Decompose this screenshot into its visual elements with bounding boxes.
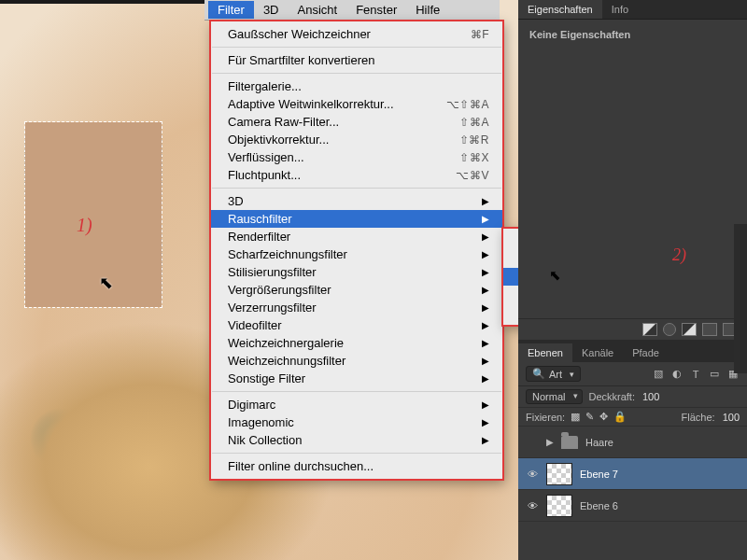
adjust-icon[interactable] <box>642 323 657 336</box>
menu-item-shortcut: ⌘F <box>471 28 489 41</box>
layer-group-row[interactable]: ▶ Haare <box>518 427 747 458</box>
rectangular-selection-marquee[interactable] <box>24 121 162 308</box>
menu-item-label: Nik Collection <box>228 433 302 447</box>
layer-name[interactable]: Haare <box>585 437 613 448</box>
layer-thumbnail[interactable] <box>546 463 572 485</box>
layer-row[interactable]: 👁 Ebene 7 <box>518 458 747 490</box>
layer-row[interactable]: 👁 Ebene 6 <box>518 490 747 522</box>
menu-item-nik-collection[interactable]: Nik Collection▶ <box>211 431 502 449</box>
menu-hilfe[interactable]: Hilfe <box>406 1 449 19</box>
layer-thumbnail[interactable] <box>546 495 572 517</box>
fill-label: Fläche: <box>682 412 715 423</box>
menu-item-scharfzeichnung[interactable]: Scharfzeichnungsfilter▶ <box>211 245 502 263</box>
menu-3d[interactable]: 3D <box>254 1 289 19</box>
menu-item-weichzeichnungsfilter[interactable]: Weichzeichnungsfilter▶ <box>211 352 502 370</box>
menu-item-imagenomic[interactable]: Imagenomic▶ <box>211 413 502 431</box>
menu-separator <box>212 73 501 74</box>
menu-item-vergroesserung[interactable]: Vergrößerungsfilter▶ <box>211 281 502 299</box>
menu-item-filtergalerie[interactable]: Filtergalerie... <box>211 77 502 95</box>
layer-name[interactable]: Ebene 7 <box>580 469 618 480</box>
layer-list: ▶ Haare 👁 Ebene 7 👁 Ebene 6 <box>518 427 747 522</box>
filter-pixel-icon[interactable]: ▧ <box>652 368 665 381</box>
menu-item-stilisierung[interactable]: Stilisierungsfilter▶ <box>211 263 502 281</box>
submenu-arrow-icon: ▶ <box>482 249 489 259</box>
menu-item-renderfilter[interactable]: Renderfilter▶ <box>211 228 502 245</box>
cursor-arrow-icon: ⬉ <box>549 267 561 284</box>
fill-value[interactable]: 100 <box>723 412 740 423</box>
menu-separator <box>212 453 501 454</box>
menu-item-fluchtpunkt[interactable]: Fluchtpunkt...⌥⌘V <box>211 166 502 184</box>
submenu-arrow-icon: ▶ <box>482 320 489 330</box>
menu-item-3d[interactable]: 3D▶ <box>211 192 502 210</box>
menu-item-weichzeichnergalerie[interactable]: Weichzeichnergalerie▶ <box>211 334 502 352</box>
application-menubar: Filter 3D Ansicht Fenster Hilfe <box>204 0 500 21</box>
menu-item-rauschfilter[interactable]: Rauschfilter▶ <box>211 210 502 228</box>
menu-item-label: Filtergalerie... <box>228 79 302 93</box>
adjust-icon[interactable] <box>663 323 676 336</box>
menu-item-weitwinkel[interactable]: Adaptive Weitwinkelkorrektur...⌥⇧⌘A <box>211 95 502 113</box>
annotation-1: 1) <box>77 215 92 236</box>
filter-type-icon[interactable]: T <box>689 368 702 381</box>
layer-filter-kind-select[interactable]: 🔍 Art ▾ <box>526 366 581 382</box>
panel-scrollbar[interactable] <box>734 224 747 373</box>
submenu-arrow-icon: ▶ <box>482 302 489 313</box>
submenu-arrow-icon: ▶ <box>482 231 489 242</box>
submenu-arrow-icon: ▶ <box>482 435 489 445</box>
properties-panel-tabs: Eigenschaften Info <box>518 0 747 20</box>
menu-item-label: Imagenomic <box>228 415 294 429</box>
menu-item-digimarc[interactable]: Digimarc▶ <box>211 396 502 413</box>
filter-shape-icon[interactable]: ▭ <box>708 368 721 381</box>
adjust-icon[interactable] <box>682 323 697 336</box>
lock-brush-icon[interactable]: ✎ <box>585 411 594 423</box>
lock-label: Fixieren: <box>526 412 565 423</box>
menu-item-label: Vergrößerungsfilter <box>228 283 331 297</box>
blend-mode-select[interactable]: Normal <box>526 389 583 404</box>
tab-pfade[interactable]: Pfade <box>623 343 669 362</box>
visibility-toggle[interactable]: 👁 <box>526 500 539 511</box>
menu-fenster[interactable]: Fenster <box>346 1 406 19</box>
submenu-arrow-icon: ▶ <box>482 417 489 427</box>
layer-filter-icons: ▧ ◐ T ▭ ▦ <box>652 368 740 381</box>
lock-transparency-icon[interactable]: ▩ <box>571 411 580 423</box>
visibility-toggle[interactable]: 👁 <box>526 469 539 480</box>
menu-item-verzerrung[interactable]: Verzerrungsfilter▶ <box>211 299 502 316</box>
adjustments-icon-row <box>518 318 747 340</box>
menu-item-shortcut: ⌥⌘V <box>456 169 489 182</box>
menu-item-shortcut: ⇧⌘R <box>459 133 489 147</box>
folder-icon <box>561 436 578 449</box>
tab-ebenen[interactable]: Ebenen <box>518 343 572 362</box>
cursor-arrow-icon: ⬉ <box>99 273 113 293</box>
menu-item-videofilter[interactable]: Videofilter▶ <box>211 316 502 334</box>
menu-item-label: 3D <box>228 194 244 208</box>
submenu-arrow-icon: ▶ <box>482 373 489 384</box>
tab-kanaele[interactable]: Kanäle <box>572 343 623 362</box>
lock-all-icon[interactable]: 🔒 <box>613 411 627 423</box>
submenu-arrow-icon: ▶ <box>482 338 489 348</box>
menu-item-shortcut: ⇧⌘A <box>459 116 489 129</box>
group-collapse-arrow-icon[interactable]: ▶ <box>546 437 554 447</box>
filter-menu-dropdown: Gaußscher Weichzeichner ⌘F Für Smartfilt… <box>210 21 503 480</box>
menu-item-convert-smart[interactable]: Für Smartfilter konvertieren <box>211 51 502 69</box>
tab-info[interactable]: Info <box>602 0 638 19</box>
menu-item-verfluessigen[interactable]: Verflüssigen...⇧⌘X <box>211 148 502 166</box>
properties-empty-message: Keine Eigenschaften <box>529 29 736 40</box>
app-chrome-strip <box>0 0 205 4</box>
menu-filter[interactable]: Filter <box>208 1 254 19</box>
menu-item-label: Videofilter <box>228 318 282 332</box>
menu-item-objektivkorrektur[interactable]: Objektivkorrektur...⇧⌘R <box>211 131 502 148</box>
filter-adjust-icon[interactable]: ◐ <box>670 368 684 381</box>
tab-eigenschaften[interactable]: Eigenschaften <box>518 0 602 19</box>
menu-item-last-filter[interactable]: Gaußscher Weichzeichner ⌘F <box>211 25 502 43</box>
layer-blend-row: Normal Deckkraft: 100 <box>518 386 747 408</box>
opacity-value[interactable]: 100 <box>642 391 659 402</box>
layer-lock-row: Fixieren: ▩ ✎ ✥ 🔒 Fläche: 100 <box>518 408 747 427</box>
adjust-icon[interactable] <box>702 323 717 336</box>
menu-item-label: Weichzeichnungsfilter <box>228 354 345 368</box>
layer-name[interactable]: Ebene 6 <box>580 500 618 511</box>
menu-ansicht[interactable]: Ansicht <box>289 1 347 19</box>
lock-move-icon[interactable]: ✥ <box>599 411 608 423</box>
annotation-2: 2) <box>672 245 686 265</box>
menu-item-sonstige[interactable]: Sonstige Filter▶ <box>211 370 502 387</box>
menu-item-camera-raw[interactable]: Camera Raw-Filter...⇧⌘A <box>211 113 502 131</box>
menu-item-browse-online[interactable]: Filter online durchsuchen... <box>211 457 502 475</box>
